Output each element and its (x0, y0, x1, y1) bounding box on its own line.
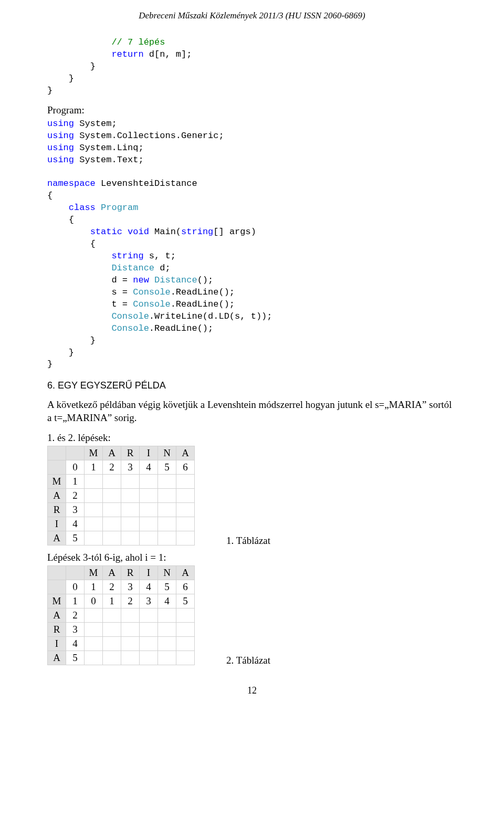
row-header: A (48, 488, 66, 502)
code-block-1: // 7 lépés return d[n, m]; } } } (47, 37, 457, 97)
col-header: R (121, 565, 140, 580)
brace: } (90, 335, 96, 345)
code-text: LevenshteiDistance (96, 179, 197, 188)
brace: } (69, 74, 74, 83)
cell: 6 (176, 580, 195, 594)
page-number: 12 (47, 685, 457, 696)
brace: } (69, 348, 74, 358)
code-text: .ReadLine(); (149, 323, 213, 333)
cell: 4 (66, 636, 85, 650)
cell: 2 (121, 594, 140, 608)
brace: { (69, 215, 74, 225)
comment: // 7 lépés (111, 37, 165, 47)
row-header: A (48, 650, 66, 665)
cell: 1 (66, 474, 85, 488)
cell: 6 (176, 460, 195, 474)
cell: 4 (66, 517, 85, 531)
col-header: I (140, 565, 158, 580)
program-label: Program: (47, 104, 457, 116)
col-header: A (176, 565, 195, 580)
cell: 3 (121, 460, 140, 474)
cell: 4 (140, 580, 158, 594)
kw-using: using (47, 131, 74, 141)
cell: 0 (66, 580, 85, 594)
code-text: .ReadLine(); (171, 299, 235, 309)
type-distance: Distance (154, 275, 197, 285)
col-header: A (103, 565, 121, 580)
type-distance: Distance (111, 263, 154, 273)
section-heading: 6. EGY EGYSZERŰ PÉLDA (47, 380, 457, 391)
kw-using: using (47, 119, 74, 129)
cell: 1 (103, 594, 121, 608)
code-text: System.Collections.Generic; (74, 131, 224, 141)
cell: 3 (121, 580, 140, 594)
brace: } (90, 61, 96, 71)
cell: 3 (140, 594, 158, 608)
kw-namespace: namespace (47, 179, 96, 188)
journal-header: Debreceni Műszaki Közlemények 2011/3 (HU… (47, 11, 457, 21)
type-console: Console (111, 323, 149, 333)
cell: 4 (158, 594, 176, 608)
cell: 1 (85, 460, 103, 474)
code-text: .ReadLine(); (171, 287, 235, 297)
cell: 2 (103, 580, 121, 594)
row-header: A (48, 608, 66, 622)
code-text: d; (154, 263, 171, 273)
code-text: d = (47, 275, 133, 285)
cell: 2 (66, 488, 85, 502)
cell: 5 (66, 531, 85, 545)
code-text: (); (197, 275, 214, 285)
code-text: .WriteLine(d.LD(s, t)); (149, 311, 272, 321)
kw-using: using (47, 155, 74, 165)
type-console: Console (111, 311, 149, 321)
cell: 2 (66, 608, 85, 622)
col-header: M (85, 446, 103, 460)
col-header: M (85, 565, 103, 580)
table-caption-2: 2. Táblázat (226, 655, 270, 666)
row-header: I (48, 636, 66, 650)
type-console: Console (133, 299, 170, 309)
body-paragraph: A következő példában végig követjük a Le… (47, 398, 457, 424)
row-header: M (48, 594, 66, 608)
row-header: R (48, 502, 66, 517)
code-text: t = (47, 299, 133, 309)
kw-void: void (128, 227, 149, 237)
dp-table-1: M A R I N A 0 1 2 3 4 5 6 M1 (47, 446, 195, 545)
cell: 0 (85, 594, 103, 608)
code-block-2: using System; using System.Collections.G… (47, 118, 457, 371)
brace: { (90, 239, 96, 249)
dp-table-2: M A R I N A 0 1 2 3 4 5 6 (47, 565, 195, 665)
kw-static: static (90, 227, 122, 237)
code-text: s, t; (144, 251, 176, 261)
kw-class: class (69, 203, 96, 213)
cell: 2 (103, 460, 121, 474)
code-text: System; (74, 119, 117, 129)
page: Debreceni Műszaki Közlemények 2011/3 (HU… (0, 0, 504, 717)
type-program: Program (101, 203, 138, 213)
code-text: System.Text; (74, 155, 144, 165)
table-caption-1: 1. Táblázat (226, 535, 270, 547)
col-header: A (103, 446, 121, 460)
brace: } (47, 86, 52, 96)
col-header: I (140, 446, 158, 460)
cell: 5 (66, 650, 85, 665)
col-header: A (176, 446, 195, 460)
row-header: A (48, 531, 66, 545)
kw-return: return (111, 49, 143, 59)
brace: { (47, 191, 52, 201)
cell: 3 (66, 622, 85, 636)
type-console: Console (133, 287, 170, 297)
cell: 1 (66, 594, 85, 608)
cell: 3 (66, 502, 85, 517)
code-text: d[n, m]; (144, 49, 192, 59)
code-text: System.Linq; (74, 143, 144, 153)
cell: 5 (158, 460, 176, 474)
col-header: R (121, 446, 140, 460)
kw-string: string (181, 227, 213, 237)
code-text: Main( (149, 227, 181, 237)
code-text: s = (47, 287, 133, 297)
brace: } (47, 359, 52, 369)
steps-label-1: 1. és 2. lépések: (47, 432, 457, 444)
row-header: M (48, 474, 66, 488)
steps-label-2: Lépések 3-tól 6-ig, ahol i = 1: (47, 552, 457, 563)
